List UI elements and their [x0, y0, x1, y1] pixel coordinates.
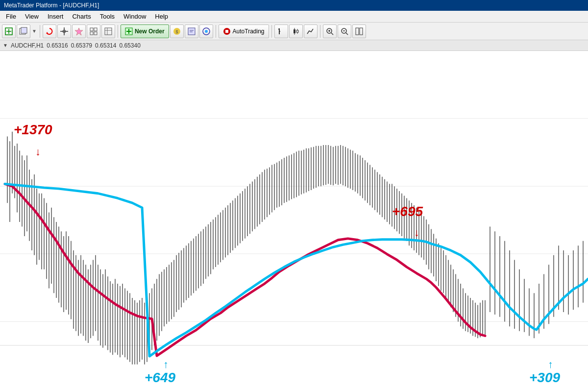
autotrading-button[interactable]: AutoTrading: [219, 24, 269, 38]
chart-price-open: 0.65316: [47, 42, 68, 49]
chart-price-close: 0.65340: [119, 42, 140, 49]
crosshair-button[interactable]: [57, 24, 71, 38]
menu-view[interactable]: View: [21, 12, 43, 21]
new-chart-button[interactable]: [2, 24, 16, 38]
svg-text:+309: +309: [529, 370, 561, 386]
svg-line-39: [331, 33, 333, 35]
svg-text:+1370: +1370: [14, 122, 52, 137]
title-bar: MetaTrader Platform - [AUDCHF,H1]: [0, 0, 588, 11]
toolbar: ▼ New Order $ AutoTrading: [0, 23, 588, 40]
menu-tools[interactable]: Tools: [96, 12, 119, 21]
menu-help[interactable]: Help: [151, 12, 172, 21]
zoom-in-button[interactable]: [323, 24, 337, 38]
svg-text:↑: ↑: [163, 359, 169, 371]
chart-header: ▼ AUDCHF,H1 0.65316 0.65379 0.65314 0.65…: [0, 40, 588, 51]
zoom-out-button[interactable]: [338, 24, 351, 38]
open-chart-button[interactable]: [17, 24, 30, 38]
menu-insert[interactable]: Insert: [44, 12, 68, 21]
svg-rect-22: [188, 28, 195, 35]
new-order-label: New Order: [135, 28, 165, 35]
sep1: [40, 25, 40, 38]
svg-marker-9: [75, 28, 83, 35]
chart-container: ▼ AUDCHF,H1 0.65316 0.65379 0.65314 0.65…: [0, 40, 588, 390]
title-text: MetaTrader Platform - [AUDCHF,H1]: [4, 2, 99, 9]
terminal-button[interactable]: [185, 24, 198, 38]
market-watch-button[interactable]: [199, 24, 213, 38]
zoom-button[interactable]: [101, 24, 115, 38]
svg-rect-35: [296, 30, 298, 32]
svg-rect-12: [90, 32, 93, 35]
menu-bar: File View Insert Charts Tools Window Hel…: [0, 11, 588, 23]
sep3: [216, 25, 216, 38]
sep2: [118, 25, 118, 38]
new-order-button[interactable]: New Order: [121, 24, 169, 38]
svg-rect-11: [94, 28, 97, 31]
svg-rect-46: [360, 28, 363, 35]
bar-chart-button[interactable]: [274, 24, 288, 38]
svg-rect-14: [105, 28, 112, 35]
line-chart-button[interactable]: [304, 24, 318, 38]
svg-point-26: [205, 30, 208, 33]
svg-text:$: $: [175, 29, 178, 34]
autotrading-label: AutoTrading: [233, 28, 265, 35]
chart-svg: +1370 ↓ +649 ↑ +695 ↓ +309 ↑: [0, 51, 588, 390]
svg-rect-45: [356, 28, 359, 35]
svg-text:+695: +695: [392, 204, 423, 219]
svg-text:↓: ↓: [414, 226, 419, 239]
history-button[interactable]: $: [170, 24, 184, 38]
grid-button[interactable]: [87, 24, 100, 38]
candle-chart-button[interactable]: [289, 24, 303, 38]
menu-charts[interactable]: Charts: [68, 12, 95, 21]
svg-line-43: [346, 33, 348, 35]
svg-text:↑: ↑: [548, 359, 553, 371]
svg-rect-10: [90, 28, 93, 31]
menu-file[interactable]: File: [2, 12, 20, 21]
chart-price-high: 0.65379: [71, 42, 92, 49]
chart-collapse-arrow[interactable]: ▼: [3, 43, 8, 48]
split-window-button[interactable]: [352, 24, 366, 38]
menu-window[interactable]: Window: [120, 12, 150, 21]
chart-symbol: AUDCHF,H1: [11, 42, 44, 49]
sep4: [271, 25, 272, 38]
sep5: [320, 25, 320, 38]
svg-rect-32: [294, 29, 295, 33]
svg-rect-4: [21, 27, 27, 33]
favorites-button[interactable]: [72, 24, 86, 38]
svg-text:+649: +649: [145, 370, 176, 386]
refresh-button[interactable]: [43, 24, 56, 38]
svg-text:↓: ↓: [35, 146, 41, 158]
dropdown-arrow-1: ▼: [32, 28, 37, 34]
svg-rect-13: [94, 32, 97, 35]
svg-rect-28: [225, 30, 228, 33]
chart-price-low: 0.65314: [95, 42, 116, 49]
